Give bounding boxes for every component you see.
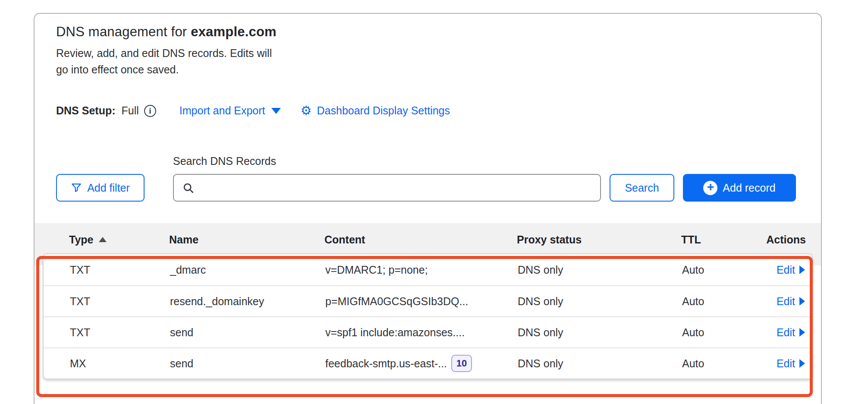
filter-funnel-icon <box>71 182 82 193</box>
dashboard-display-settings-link[interactable]: ⚙ Dashboard Display Settings <box>301 104 450 117</box>
record-content-text: v=spf1 include:amazonses.... <box>325 326 465 339</box>
edit-record-link[interactable]: Edit <box>777 295 805 308</box>
table-row: MX send feedback-smtp.us-east-... 10 DNS… <box>44 347 812 379</box>
dns-setup-label: DNS Setup: <box>56 104 116 117</box>
domain-name: example.com <box>191 24 277 39</box>
cell-content: feedback-smtp.us-east-... 10 <box>325 355 518 372</box>
cell-proxy-status: DNS only <box>518 264 682 276</box>
cell-type: TXT <box>70 326 170 339</box>
cell-ttl: Auto <box>682 326 764 339</box>
cell-type: TXT <box>70 264 170 276</box>
edit-link-label: Edit <box>777 326 795 339</box>
search-button[interactable]: Search <box>610 174 674 202</box>
cell-proxy-status: DNS only <box>518 295 682 308</box>
chevron-right-icon <box>799 265 805 274</box>
cell-proxy-status: DNS only <box>518 357 682 370</box>
column-header-actions: Actions <box>766 234 806 246</box>
cell-type: MX <box>70 357 170 370</box>
chevron-down-icon <box>271 108 281 114</box>
edit-link-label: Edit <box>777 264 795 276</box>
add-filter-button[interactable]: Add filter <box>56 174 145 202</box>
search-icon <box>182 182 195 194</box>
record-content-text: p=MIGfMA0GCSqGSIb3DQ... <box>325 295 468 308</box>
chevron-right-icon <box>799 328 805 337</box>
dns-setup-row: DNS Setup: Full i Import and Export ⚙ Da… <box>56 104 796 117</box>
edit-link-label: Edit <box>777 357 795 370</box>
info-circle-icon[interactable]: i <box>144 105 156 117</box>
plus-circle-icon: + <box>703 181 717 195</box>
sort-ascending-icon <box>99 237 107 242</box>
record-content-text: v=DMARC1; p=none; <box>325 264 428 276</box>
search-box[interactable] <box>173 174 601 202</box>
record-content-text: feedback-smtp.us-east-... <box>325 357 447 370</box>
cell-name: _dmarc <box>170 264 325 276</box>
table-row: TXT send v=spf1 include:amazonses.... DN… <box>44 316 812 347</box>
edit-record-link[interactable]: Edit <box>777 264 805 276</box>
table-row: TXT resend._domainkey p=MIGfMA0GCSqGSIb3… <box>44 285 812 316</box>
dns-setup-value: Full <box>122 104 139 117</box>
add-record-button[interactable]: + Add record <box>683 174 796 202</box>
search-input[interactable] <box>201 182 560 194</box>
chevron-right-icon <box>799 359 805 368</box>
cell-ttl: Auto <box>682 264 764 276</box>
page-title: DNS management for example.com <box>56 24 796 40</box>
cell-proxy-status: DNS only <box>518 326 682 339</box>
cell-name: resend._domainkey <box>170 295 325 308</box>
cell-content: p=MIGfMA0GCSqGSIb3DQ... <box>325 295 518 308</box>
search-field-group: Search DNS Records <box>173 155 601 202</box>
column-header-ttl[interactable]: TTL <box>681 234 763 246</box>
column-header-proxy-status[interactable]: Proxy status <box>517 234 681 246</box>
cell-content: v=DMARC1; p=none; <box>325 264 518 276</box>
dns-toolbar: Add filter Search DNS Records Search + <box>56 155 796 202</box>
table-row: TXT _dmarc v=DMARC1; p=none; DNS only Au… <box>44 254 812 285</box>
priority-badge: 10 <box>451 355 472 372</box>
cell-content: v=spf1 include:amazonses.... <box>325 326 518 339</box>
edit-link-label: Edit <box>777 295 795 308</box>
cell-ttl: Auto <box>682 295 764 308</box>
cell-type: TXT <box>70 295 170 308</box>
cell-ttl: Auto <box>682 357 764 370</box>
table-body: TXT _dmarc v=DMARC1; p=none; DNS only Au… <box>43 253 813 379</box>
cell-name: send <box>170 326 325 339</box>
edit-record-link[interactable]: Edit <box>777 326 805 339</box>
gear-icon: ⚙ <box>301 104 312 117</box>
search-label: Search DNS Records <box>173 155 601 167</box>
column-header-name[interactable]: Name <box>169 234 324 246</box>
column-header-content[interactable]: Content <box>324 234 517 246</box>
chevron-right-icon <box>799 297 805 306</box>
column-header-type[interactable]: Type <box>69 234 169 246</box>
edit-record-link[interactable]: Edit <box>777 357 805 370</box>
page-description: Review, add, and edit DNS records. Edits… <box>56 45 285 78</box>
dns-management-card: DNS management for example.com Review, a… <box>34 13 822 404</box>
import-export-link[interactable]: Import and Export <box>179 104 281 117</box>
cell-name: send <box>170 357 325 370</box>
